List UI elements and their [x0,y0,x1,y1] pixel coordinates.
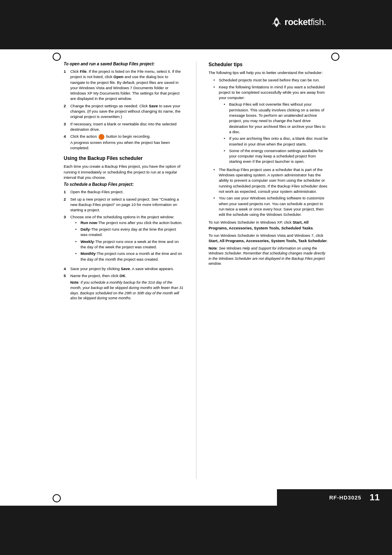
tip-item: • Keep the following limitations in mind… [214,84,329,166]
reg-mark-bl [53,494,61,502]
sub-bullets: • Backup Files will not overwrite files … [224,102,329,164]
tip-item: • The Backup Files project uses a schedu… [214,167,329,194]
open-run-section: To open and run a saved Backup Files pro… [64,62,184,150]
reg-mark-tl [53,53,61,61]
svg-point-0 [275,21,278,24]
step-item: 5 Name the project, then click OK. Note:… [64,273,184,301]
step-item: 1 Open the Backup Files project. [64,189,184,194]
scheduler-section-title: Using the Backup Files scheduler [64,155,184,161]
content-area: To open and run a saved Backup Files pro… [64,62,328,479]
logo-area: rocket fish . [270,16,326,28]
rocketfish-icon [270,16,283,28]
scheduler-section: Using the Backup Files scheduler Each ti… [64,155,184,301]
scheduler-intro: Each time you create a Backup Files proj… [64,164,184,180]
bullet-item: • Daily-The project runs every day at th… [75,227,184,238]
right-column: Scheduler tips The following tips will h… [209,62,329,479]
bottom-bar [0,506,392,555]
action-button-icon [99,134,104,140]
scheduler-tips-title: Scheduler tips [209,62,329,67]
column-divider [196,62,196,479]
sub-bullet-item: • Some of the energy conservation settin… [224,148,329,164]
tip-item: • You can use your Windows scheduling so… [214,195,329,217]
step-item: 4 Click the action button to begin recor… [64,134,184,150]
monthly-note: Note: If you schedule a monthly backup f… [70,280,184,301]
step-item: 3 If necessary, insert a blank or rewrit… [64,121,184,132]
schedule-steps-title: To schedule a Backup Files project: [64,182,184,187]
scheduler-note: Note: See Windows Help and Support for i… [209,246,329,266]
open-run-title: To open and run a saved Backup Files pro… [64,62,184,66]
bullet-item: • Monthly-The project runs once a month … [75,251,184,262]
run-vista-text: To run Windows Scheduler in Windows Vist… [209,233,329,244]
step-item: 2 Change the project settings as needed.… [64,103,184,120]
page-number: 11 [370,492,380,503]
top-bar: rocket fish . [0,0,392,49]
scheduling-options: • Run now-The project runs after you cli… [75,220,184,262]
sub-bullet-item: • If you are archiving files onto a disc… [224,136,329,147]
schedule-steps: 1 Open the Backup Files project. 2 Set u… [64,189,184,301]
logo-text: rocket fish . [285,17,326,28]
tips-intro: The following tips will help you to bett… [209,70,329,75]
tip-item: • Scheduled projects must be saved befor… [214,77,329,83]
step-item: 2 Set up a new project or select a saved… [64,197,184,213]
sub-bullet-item: • Backup Files will not overwrite files … [224,102,329,134]
open-run-steps: 1 Click File. If the project is listed o… [64,69,184,150]
step-item: 3 Choose one of the scheduling options i… [64,214,184,264]
tips-bullets: • Scheduled projects must be saved befor… [214,77,329,217]
bullet-item: • Weekly-The project runs once a week at… [75,239,184,250]
reg-mark-tr [331,53,339,61]
bullet-item: • Run now-The project runs after you cli… [75,220,184,225]
step-item: 4 Save your project by clicking Save. A … [64,266,184,271]
run-xp-text: To run Windows Scheduler in Windows XP, … [209,220,329,231]
page-number-bar: RF-HD3025 11 [277,489,392,506]
page-model: RF-HD3025 [329,495,361,501]
step-item: 1 Click File. If the project is listed o… [64,69,184,102]
left-column: To open and run a saved Backup Files pro… [64,62,184,479]
